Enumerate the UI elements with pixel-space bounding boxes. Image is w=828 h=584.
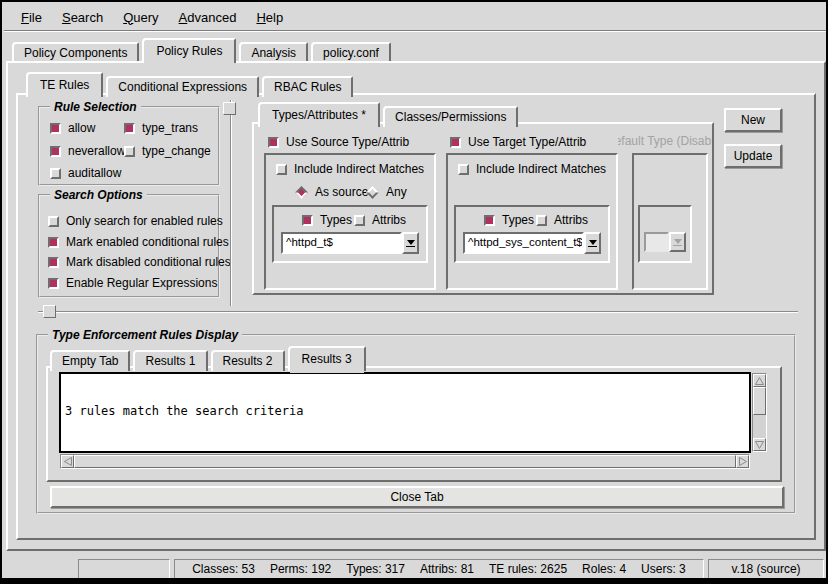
checkbox-allow[interactable]: allow <box>50 121 95 135</box>
menu-advanced[interactable]: Advanced <box>170 6 246 29</box>
criteria-tabbar: Types/Attributes * Classes/Permissions <box>258 102 521 127</box>
checkbox-source-types[interactable]: Types <box>302 213 352 227</box>
default-type-entry <box>644 232 669 252</box>
checkbox-use-source[interactable]: Use Source Type/Attrib <box>268 135 409 149</box>
only-enabled-label: Only search for enabled rules <box>66 214 223 228</box>
tab-results-3[interactable]: Results 3 <box>288 346 366 371</box>
target-attribs-checkbox-indicator[interactable] <box>536 215 547 226</box>
type-trans-checkbox-indicator[interactable] <box>124 123 135 134</box>
menu-bar: File Search Query Advanced Help <box>4 4 826 31</box>
tab-empty[interactable]: Empty Tab <box>50 350 130 371</box>
version-label: v.18 (source) <box>731 562 800 576</box>
new-button[interactable]: New <box>724 108 782 132</box>
tab-analysis[interactable]: Analysis <box>239 42 308 63</box>
mark-enabled-label: Mark enabled conditional rules <box>66 235 229 249</box>
scroll-down-button[interactable] <box>753 438 766 451</box>
checkbox-target-types[interactable]: Types <box>484 213 534 227</box>
auditallow-checkbox-indicator[interactable] <box>50 168 61 179</box>
scroll-right-button[interactable] <box>736 455 749 468</box>
mark-disabled-checkbox-indicator[interactable] <box>48 257 59 268</box>
use-target-checkbox-indicator[interactable] <box>450 137 461 148</box>
triangle-left-icon <box>64 457 72 466</box>
use-source-checkbox-indicator[interactable] <box>268 137 279 148</box>
results-tabbar: Empty Tab Results 1 Results 2 Results 3 <box>50 346 369 371</box>
neverallow-label: neverallow <box>68 144 125 158</box>
stat-roles: Roles: 4 <box>582 562 626 576</box>
only-enabled-checkbox-indicator[interactable] <box>48 216 59 227</box>
tab-classes-permissions[interactable]: Classes/Permissions <box>383 106 518 127</box>
checkbox-enable-regex[interactable]: Enable Regular Expressions <box>48 276 217 290</box>
dropdown-bar-icon <box>406 246 415 247</box>
menu-query[interactable]: Query <box>114 6 167 29</box>
neverallow-checkbox-indicator[interactable] <box>50 146 61 157</box>
menu-file[interactable]: File <box>12 6 51 29</box>
checkbox-mark-disabled[interactable]: Mark disabled conditional rules <box>48 255 231 269</box>
mark-enabled-checkbox-indicator[interactable] <box>48 237 59 248</box>
enable-regex-checkbox-indicator[interactable] <box>48 278 59 289</box>
target-type-dropdown-button[interactable] <box>584 232 601 254</box>
checkbox-target-indirect[interactable]: Include Indirect Matches <box>458 162 606 176</box>
vertical-scroll-trough[interactable] <box>753 415 766 438</box>
results-summary: 3 rules match the search criteria <box>65 404 745 418</box>
results-horizontal-scrollbar[interactable] <box>60 454 750 469</box>
checkbox-neverallow[interactable]: neverallow <box>50 144 125 158</box>
vertical-sash-handle[interactable] <box>223 102 236 115</box>
source-type-combobox[interactable]: ^httpd_t$ <box>281 232 419 254</box>
target-indirect-checkbox-indicator[interactable] <box>458 164 469 175</box>
stat-types: Types: 317 <box>346 562 405 576</box>
source-type-entry[interactable]: ^httpd_t$ <box>281 232 402 254</box>
as-source-radio-indicator[interactable] <box>295 186 308 199</box>
chevron-down-icon <box>674 239 682 244</box>
tab-results-2[interactable]: Results 2 <box>211 350 285 371</box>
tab-policy-components[interactable]: Policy Components <box>12 42 139 63</box>
vertical-scroll-thumb[interactable] <box>753 387 766 415</box>
source-attribs-checkbox-indicator[interactable] <box>354 215 365 226</box>
checkbox-use-target[interactable]: Use Target Type/Attrib <box>450 135 586 149</box>
checkbox-source-indirect[interactable]: Include Indirect Matches <box>276 162 424 176</box>
checkbox-source-attribs[interactable]: Attribs <box>354 213 406 227</box>
checkbox-target-attribs[interactable]: Attribs <box>536 213 588 227</box>
checkbox-auditallow[interactable]: auditallow <box>50 166 121 180</box>
scroll-left-button[interactable] <box>61 455 74 468</box>
radio-any[interactable]: Any <box>366 185 407 199</box>
status-version-panel: v.18 (source) <box>708 559 824 579</box>
results-vertical-scrollbar[interactable] <box>752 373 767 452</box>
tab-policy-rules[interactable]: Policy Rules <box>142 38 236 63</box>
target-type-combobox[interactable]: ^httpd_sys_content_t$ <box>463 232 601 254</box>
tab-conditional-expressions[interactable]: Conditional Expressions <box>106 76 259 97</box>
apol-window: File Search Query Advanced Help Policy C… <box>0 0 828 584</box>
target-types-label: Types <box>502 213 534 227</box>
horizontal-sash-handle[interactable] <box>43 305 56 318</box>
update-button[interactable]: Update <box>724 144 782 168</box>
tab-te-rules[interactable]: TE Rules <box>26 72 103 97</box>
enable-regex-label: Enable Regular Expressions <box>66 276 217 290</box>
radio-as-source[interactable]: As source <box>295 185 368 199</box>
use-source-label: Use Source Type/Attrib <box>286 135 409 149</box>
results-textarea[interactable]: 3 rules match the search criteria (5822)… <box>60 373 750 452</box>
type-trans-label: type_trans <box>142 121 198 135</box>
any-radio-indicator[interactable] <box>366 186 379 199</box>
target-type-entry[interactable]: ^httpd_sys_content_t$ <box>463 232 584 254</box>
close-tab-button[interactable]: Close Tab <box>50 486 784 508</box>
checkbox-only-enabled[interactable]: Only search for enabled rules <box>48 214 223 228</box>
source-types-checkbox-indicator[interactable] <box>302 215 313 226</box>
tab-rbac-rules[interactable]: RBAC Rules <box>262 76 353 97</box>
tab-policy-conf[interactable]: policy.conf <box>311 42 391 63</box>
tab-results-1[interactable]: Results 1 <box>133 350 207 371</box>
scroll-up-button[interactable] <box>753 374 766 387</box>
checkbox-type-change[interactable]: type_change <box>124 144 211 158</box>
type-change-checkbox-indicator[interactable] <box>124 146 135 157</box>
chevron-down-icon <box>407 240 415 245</box>
target-types-checkbox-indicator[interactable] <box>484 215 495 226</box>
mark-disabled-label: Mark disabled conditional rules <box>66 255 231 269</box>
horizontal-scroll-thumb[interactable] <box>74 455 736 468</box>
search-options-title: Search Options <box>50 188 147 202</box>
menu-help[interactable]: Help <box>247 6 292 29</box>
allow-checkbox-indicator[interactable] <box>50 123 61 134</box>
checkbox-type-trans[interactable]: type_trans <box>124 121 198 135</box>
checkbox-mark-enabled[interactable]: Mark enabled conditional rules <box>48 235 229 249</box>
menu-search[interactable]: Search <box>53 6 112 29</box>
source-indirect-checkbox-indicator[interactable] <box>276 164 287 175</box>
source-type-dropdown-button[interactable] <box>402 232 419 254</box>
tab-types-attributes[interactable]: Types/Attributes * <box>258 102 380 127</box>
